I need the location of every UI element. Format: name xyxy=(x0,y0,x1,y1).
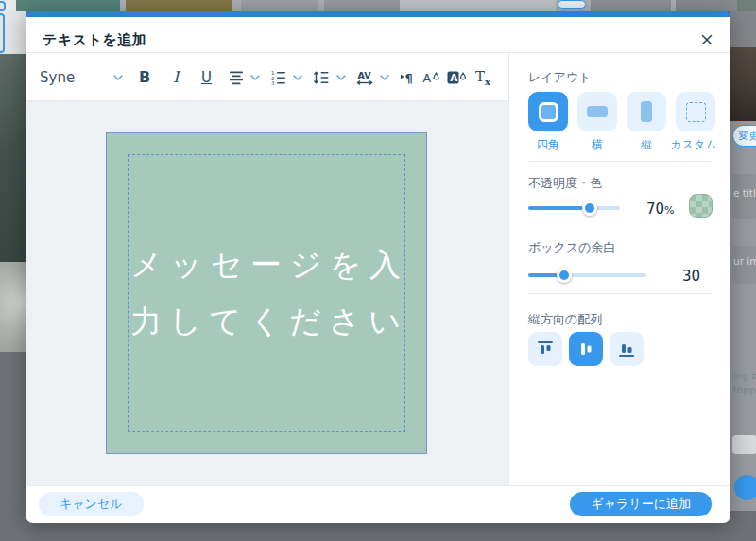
letter-spacing-icon: AV xyxy=(355,69,374,86)
background-selected-card-edge xyxy=(0,13,5,53)
text-align-button[interactable] xyxy=(228,53,245,101)
layout-option-vertical[interactable] xyxy=(627,92,666,131)
background-text-fragment: topp xyxy=(733,384,756,395)
padding-section-label: ボックスの余白 xyxy=(528,239,616,256)
numbered-list-icon: 1 2 3 xyxy=(270,69,287,86)
dialog-footer: キャンセル ギャラリーに追加 xyxy=(26,486,730,523)
close-icon xyxy=(701,34,713,45)
valign-bottom-button[interactable] xyxy=(610,332,644,366)
background-thumbnail xyxy=(737,0,756,11)
line-height-icon xyxy=(313,69,330,86)
placeholder-text-line: メッセージを入 xyxy=(130,236,403,293)
layout-option-custom[interactable] xyxy=(676,92,715,131)
layout-option-square[interactable] xyxy=(528,92,568,131)
color-swatch[interactable] xyxy=(689,194,713,218)
background-small-button xyxy=(558,0,586,9)
layout-options xyxy=(528,92,715,131)
vertical-shape-icon xyxy=(641,101,652,122)
background-thumbnail xyxy=(676,0,737,11)
opacity-section-label: 不透明度・色 xyxy=(528,175,602,192)
close-button[interactable] xyxy=(696,29,717,50)
text-align-chevron[interactable] xyxy=(250,53,260,101)
opacity-slider[interactable] xyxy=(528,201,620,216)
svg-text:AV: AV xyxy=(358,70,372,80)
italic-button[interactable]: I xyxy=(173,53,179,101)
background-top-strip xyxy=(0,0,756,11)
align-middle-icon xyxy=(576,340,595,358)
horizontal-shape-icon xyxy=(587,106,608,117)
dialog-title: テキストを追加 xyxy=(43,31,146,49)
background-thumbnail xyxy=(126,0,232,11)
background-box-fragment xyxy=(732,435,756,454)
section-divider xyxy=(528,161,712,162)
text-color-icon: A xyxy=(421,69,440,86)
background-selected-card-edge xyxy=(0,1,6,11)
text-box-preview[interactable]: メッセージを入 力してください xyxy=(106,132,427,454)
background-change-label: 変更 xyxy=(738,129,756,143)
chevron-down-icon xyxy=(293,75,302,80)
settings-panel: レイアウト 四角 横 縦 カスタム 不透明度・色 70% ボックスの余白 xyxy=(509,52,730,485)
background-text-fragment: e title xyxy=(733,187,756,199)
section-divider xyxy=(528,293,712,294)
background-thumbnail xyxy=(591,0,671,11)
layout-option-label[interactable]: 縦 xyxy=(620,137,673,153)
text-format-toolbar: Syne B I U 1 2 3 xyxy=(26,53,508,101)
text-input-area[interactable]: メッセージを入 力してください xyxy=(128,154,405,432)
clear-formatting-icon: Tx xyxy=(475,68,490,87)
fill-color-button[interactable]: A xyxy=(447,53,468,101)
background-text-fragment: ur im xyxy=(733,255,756,267)
opacity-slider-handle[interactable] xyxy=(582,201,597,216)
background-photo-plant xyxy=(0,54,26,262)
underline-icon: U xyxy=(201,69,212,86)
slider-fill xyxy=(528,206,590,210)
opacity-value: 70% xyxy=(646,201,675,218)
background-left-column xyxy=(0,11,26,541)
add-text-dialog: テキストを追加 Syne B I U xyxy=(26,11,730,523)
chevron-down-icon xyxy=(250,75,260,80)
background-right-column: 変更 e title ur im ing b topp xyxy=(730,11,756,541)
background-thumbnail xyxy=(16,0,120,11)
valign-middle-button[interactable] xyxy=(569,332,603,366)
line-height-button[interactable] xyxy=(313,53,330,101)
svg-text:¶: ¶ xyxy=(405,70,413,84)
italic-icon: I xyxy=(173,68,179,86)
font-family-select[interactable]: Syne xyxy=(40,53,75,101)
background-text-fragment: ing b xyxy=(733,370,756,381)
line-height-chevron[interactable] xyxy=(336,53,346,101)
add-to-gallery-button[interactable]: ギャラリーに追加 xyxy=(570,492,712,516)
letter-spacing-chevron[interactable] xyxy=(380,53,389,101)
cancel-button[interactable]: キャンセル xyxy=(39,492,144,516)
background-photo-fox xyxy=(0,262,26,352)
padding-slider-handle[interactable] xyxy=(557,268,572,283)
text-preview-area: メッセージを入 力してください xyxy=(26,101,508,485)
background-surface xyxy=(400,0,556,11)
align-top-icon xyxy=(536,340,555,358)
padding-value: 30 xyxy=(682,268,700,285)
layout-option-label[interactable]: 四角 xyxy=(522,137,575,153)
text-direction-button[interactable]: ¶ xyxy=(399,53,416,101)
background-thumbnail xyxy=(241,0,318,11)
svg-text:3: 3 xyxy=(271,80,275,86)
text-color-button[interactable]: A xyxy=(421,53,440,101)
svg-text:A: A xyxy=(450,71,458,82)
font-family-value: Syne xyxy=(40,69,75,86)
list-button[interactable]: 1 2 3 xyxy=(270,53,287,101)
valign-top-button[interactable] xyxy=(528,332,562,366)
valign-section-label: 縦方向の配列 xyxy=(528,311,602,328)
text-direction-icon: ¶ xyxy=(399,69,416,86)
valign-options xyxy=(528,332,644,366)
padding-slider[interactable] xyxy=(528,268,646,283)
layout-option-label[interactable]: 横 xyxy=(571,137,624,153)
bold-icon: B xyxy=(139,68,150,86)
clear-formatting-button[interactable]: Tx xyxy=(475,53,490,101)
letter-spacing-button[interactable]: AV xyxy=(355,53,374,101)
align-center-icon xyxy=(228,69,245,86)
layout-option-horizontal[interactable] xyxy=(577,92,617,131)
custom-shape-icon xyxy=(686,102,706,122)
list-chevron[interactable] xyxy=(293,53,302,101)
underline-button[interactable]: U xyxy=(201,53,212,101)
font-family-select-chevron[interactable] xyxy=(113,53,123,101)
layout-section-label: レイアウト xyxy=(528,69,592,86)
layout-option-label[interactable]: カスタム xyxy=(667,137,720,153)
bold-button[interactable]: B xyxy=(139,53,150,101)
